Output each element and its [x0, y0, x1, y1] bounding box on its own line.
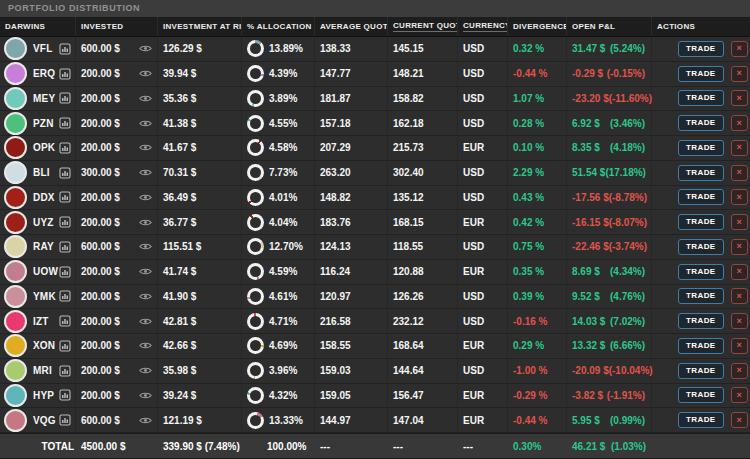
- eye-icon[interactable]: [139, 94, 152, 103]
- darwin-ticker[interactable]: YMK: [33, 291, 56, 302]
- close-position-button[interactable]: ×: [731, 313, 748, 329]
- darwin-ticker[interactable]: BLI: [33, 167, 50, 178]
- darwin-ticker[interactable]: VFL: [33, 43, 53, 54]
- close-position-button[interactable]: ×: [731, 338, 748, 354]
- close-position-button[interactable]: ×: [731, 90, 748, 106]
- close-position-button[interactable]: ×: [731, 214, 748, 230]
- close-position-button[interactable]: ×: [731, 189, 748, 205]
- darwin-ticker[interactable]: UYZ: [33, 217, 54, 228]
- bar-chart-icon[interactable]: [59, 142, 71, 154]
- trade-button[interactable]: TRADE: [678, 338, 724, 354]
- darwin-avatar[interactable]: [4, 112, 27, 135]
- eye-icon[interactable]: [139, 317, 152, 326]
- darwin-avatar[interactable]: [4, 384, 27, 407]
- trade-button[interactable]: TRADE: [678, 189, 724, 205]
- darwin-ticker[interactable]: HYP: [33, 390, 54, 401]
- eye-icon[interactable]: [139, 341, 152, 350]
- close-position-button[interactable]: ×: [731, 41, 748, 57]
- close-position-button[interactable]: ×: [731, 115, 748, 131]
- trade-button[interactable]: TRADE: [678, 90, 724, 106]
- close-position-button[interactable]: ×: [731, 165, 748, 181]
- darwin-ticker[interactable]: RAY: [33, 241, 54, 252]
- eye-icon[interactable]: [139, 44, 152, 53]
- darwin-avatar[interactable]: [4, 136, 27, 159]
- bar-chart-icon[interactable]: [59, 315, 71, 327]
- bar-chart-icon[interactable]: [59, 43, 71, 55]
- bar-chart-icon[interactable]: [59, 340, 71, 352]
- bar-chart-icon[interactable]: [59, 117, 71, 129]
- current-quote-value: 120.88: [388, 260, 458, 284]
- eye-icon[interactable]: [139, 267, 152, 276]
- darwin-avatar[interactable]: [4, 62, 27, 85]
- eye-icon[interactable]: [139, 168, 152, 177]
- bar-chart-icon[interactable]: [59, 241, 71, 253]
- darwin-avatar[interactable]: [4, 186, 27, 209]
- darwin-avatar[interactable]: [4, 161, 27, 184]
- darwin-ticker[interactable]: IZT: [33, 316, 49, 327]
- divergence-value: 0.39 %: [508, 285, 567, 309]
- bar-chart-icon[interactable]: [59, 266, 71, 278]
- trade-button[interactable]: TRADE: [678, 239, 724, 255]
- close-position-button[interactable]: ×: [731, 66, 748, 82]
- darwin-ticker[interactable]: MEY: [33, 93, 55, 104]
- darwin-avatar[interactable]: [4, 235, 27, 258]
- trade-button[interactable]: TRADE: [678, 387, 724, 403]
- column-header-investment-at-risk: INVESTMENT AT RISK: [158, 17, 242, 36]
- invested-value: 200.00 $: [81, 93, 120, 104]
- close-position-button[interactable]: ×: [731, 239, 748, 255]
- trade-button[interactable]: TRADE: [678, 313, 724, 329]
- trade-button[interactable]: TRADE: [678, 264, 724, 280]
- eye-icon[interactable]: [139, 391, 152, 400]
- trade-button[interactable]: TRADE: [678, 288, 724, 304]
- eye-icon[interactable]: [139, 193, 152, 202]
- trade-button[interactable]: TRADE: [678, 41, 724, 57]
- close-position-button[interactable]: ×: [731, 288, 748, 304]
- darwin-ticker[interactable]: UOW: [33, 266, 58, 277]
- darwin-avatar[interactable]: [4, 334, 27, 357]
- darwin-ticker[interactable]: XON: [33, 340, 55, 351]
- darwin-avatar[interactable]: [4, 310, 27, 333]
- close-position-button[interactable]: ×: [731, 412, 748, 428]
- bar-chart-icon[interactable]: [59, 216, 71, 228]
- trade-button[interactable]: TRADE: [678, 115, 724, 131]
- darwin-avatar[interactable]: [4, 211, 27, 234]
- eye-icon[interactable]: [139, 143, 152, 152]
- trade-button[interactable]: TRADE: [678, 363, 724, 379]
- darwin-avatar[interactable]: [4, 359, 27, 382]
- darwin-ticker[interactable]: DDX: [33, 192, 55, 203]
- eye-icon[interactable]: [139, 242, 152, 251]
- close-position-button[interactable]: ×: [731, 264, 748, 280]
- eye-icon[interactable]: [139, 119, 152, 128]
- darwin-ticker[interactable]: VQG: [33, 415, 56, 426]
- bar-chart-icon[interactable]: [59, 92, 71, 104]
- darwin-ticker[interactable]: ERQ: [33, 68, 55, 79]
- trade-button[interactable]: TRADE: [678, 66, 724, 82]
- eye-icon[interactable]: [139, 366, 152, 375]
- eye-icon[interactable]: [139, 292, 152, 301]
- darwin-avatar[interactable]: [4, 260, 27, 283]
- close-position-button[interactable]: ×: [731, 140, 748, 156]
- eye-icon[interactable]: [139, 69, 152, 78]
- darwin-ticker[interactable]: PZN: [33, 118, 54, 129]
- trade-button[interactable]: TRADE: [678, 140, 724, 156]
- darwin-avatar[interactable]: [4, 409, 27, 432]
- eye-icon[interactable]: [139, 416, 152, 425]
- eye-icon[interactable]: [139, 218, 152, 227]
- bar-chart-icon[interactable]: [59, 290, 71, 302]
- bar-chart-icon[interactable]: [59, 365, 71, 377]
- darwin-ticker[interactable]: MRI: [33, 365, 52, 376]
- bar-chart-icon[interactable]: [59, 68, 71, 80]
- trade-button[interactable]: TRADE: [678, 214, 724, 230]
- close-position-button[interactable]: ×: [731, 363, 748, 379]
- bar-chart-icon[interactable]: [59, 191, 71, 203]
- trade-button[interactable]: TRADE: [678, 165, 724, 181]
- darwin-avatar[interactable]: [4, 285, 27, 308]
- close-position-button[interactable]: ×: [731, 387, 748, 403]
- bar-chart-icon[interactable]: [59, 167, 71, 179]
- bar-chart-icon[interactable]: [59, 389, 71, 401]
- trade-button[interactable]: TRADE: [678, 412, 724, 428]
- bar-chart-icon[interactable]: [59, 414, 71, 426]
- darwin-ticker[interactable]: OPK: [33, 142, 55, 153]
- darwin-avatar[interactable]: [4, 87, 27, 110]
- darwin-avatar[interactable]: [4, 37, 27, 60]
